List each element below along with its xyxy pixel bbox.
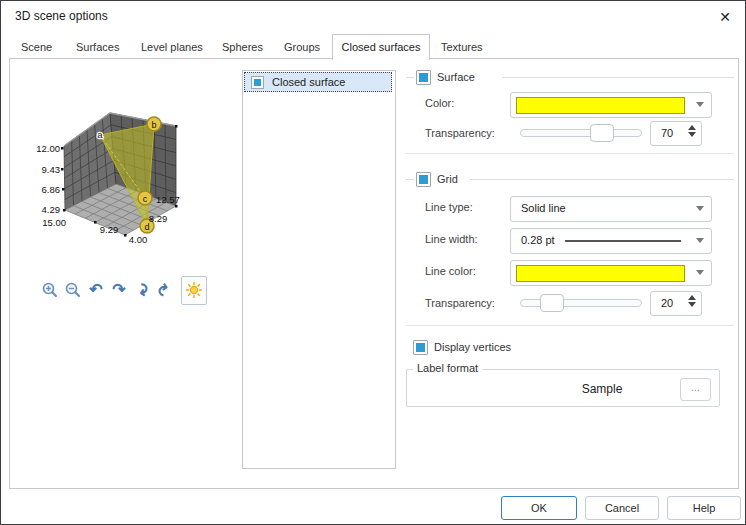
- rotate-left-icon[interactable]: ↶: [86, 279, 106, 301]
- list-item[interactable]: Closed surface: [244, 72, 392, 92]
- rotate-backward-icon[interactable]: ↷: [155, 279, 175, 301]
- svg-text:4.29: 4.29: [42, 204, 61, 215]
- close-icon[interactable]: ✕: [715, 7, 735, 27]
- line-type-dropdown[interactable]: Solid line: [510, 196, 712, 222]
- line-width-label: Line width:: [425, 233, 478, 245]
- label-format-group: Label format Sample ...: [406, 369, 720, 407]
- slider-groove: [520, 299, 642, 307]
- surface-color-swatch: [516, 97, 685, 114]
- line-color-dropdown[interactable]: [510, 260, 712, 286]
- svg-text:b: b: [151, 120, 156, 130]
- svg-text:4.00: 4.00: [129, 234, 148, 245]
- chevron-down-icon: [696, 270, 704, 275]
- grid-transparency-label: Transparency:: [425, 297, 495, 309]
- ok-button[interactable]: OK: [501, 496, 577, 520]
- line-width-sample: [565, 240, 681, 242]
- list-item-label: Closed surface: [272, 76, 345, 88]
- sun-icon: [185, 281, 203, 299]
- svg-text:6.86: 6.86: [42, 184, 61, 195]
- rotate-forward-icon[interactable]: ↷: [132, 279, 152, 301]
- cancel-button[interactable]: Cancel: [585, 496, 659, 520]
- svg-text:9.29: 9.29: [100, 224, 119, 235]
- svg-text:c: c: [143, 194, 148, 204]
- preview-toolbar: ↶ ↷ ↷ ↷: [40, 275, 207, 305]
- tab-page-closed-surfaces: b c d a 12.00 9.43 6.86 4.29 15.00 9.29 …: [9, 58, 739, 489]
- label-format-title: Label format: [413, 362, 482, 374]
- display-vertices-label: Display vertices: [434, 341, 511, 353]
- spin-down-icon[interactable]: [688, 302, 696, 307]
- svg-text:12.00: 12.00: [36, 143, 60, 154]
- light-toggle-button[interactable]: [181, 276, 207, 305]
- tab-groups[interactable]: Groups: [284, 41, 320, 53]
- svg-text:15.00: 15.00: [42, 217, 66, 228]
- line-type-label: Line type:: [425, 201, 473, 213]
- titlebar: 3D scene options ✕: [1, 1, 745, 33]
- svg-text:9.43: 9.43: [42, 164, 61, 175]
- tab-surfaces[interactable]: Surfaces: [76, 41, 119, 53]
- zoom-in-icon[interactable]: [40, 279, 60, 301]
- dialog-title: 3D scene options: [15, 9, 108, 23]
- tab-closed-surfaces[interactable]: Closed surfaces: [332, 34, 430, 60]
- tab-level-planes[interactable]: Level planes: [141, 41, 203, 53]
- tab-textures[interactable]: Textures: [441, 41, 483, 53]
- surface-transparency-slider[interactable]: [520, 124, 642, 140]
- grid-transparency-slider[interactable]: [520, 294, 642, 310]
- color-label: Color:: [425, 97, 454, 109]
- svg-text:12.57: 12.57: [156, 194, 180, 205]
- grid-checkbox[interactable]: [416, 172, 431, 187]
- line-color-swatch: [516, 265, 685, 282]
- slider-thumb[interactable]: [590, 124, 614, 142]
- display-vertices-checkbox[interactable]: [413, 340, 428, 355]
- svg-text:8.29: 8.29: [149, 213, 168, 224]
- line-width-dropdown[interactable]: 0.28 pt: [510, 228, 712, 254]
- surface-section-label: Surface: [437, 71, 475, 83]
- slider-groove: [520, 129, 642, 137]
- vertex-marker-a: a: [97, 129, 103, 140]
- surface-checkbox[interactable]: [416, 70, 431, 85]
- help-button[interactable]: Help: [667, 496, 741, 520]
- chevron-down-icon: [696, 102, 704, 107]
- dialog-3d-scene-options: 3D scene options ✕ Scene Surfaces Level …: [0, 0, 746, 525]
- rotate-right-icon[interactable]: ↷: [109, 279, 129, 301]
- chevron-down-icon: [696, 206, 704, 211]
- line-color-label: Line color:: [425, 265, 476, 277]
- surface-color-dropdown[interactable]: [510, 92, 712, 118]
- list-item-checkbox[interactable]: [251, 76, 264, 89]
- chevron-down-icon: [696, 238, 704, 243]
- vertex-marker-b: b: [147, 117, 161, 131]
- spin-up-icon[interactable]: [688, 125, 696, 130]
- surface-transparency-spinbox[interactable]: 70: [650, 121, 702, 146]
- spin-up-icon[interactable]: [688, 295, 696, 300]
- 3d-preview[interactable]: b c d a 12.00 9.43 6.86 4.29 15.00 9.29 …: [17, 97, 217, 257]
- slider-thumb[interactable]: [540, 294, 564, 312]
- tab-spheres[interactable]: Spheres: [222, 41, 263, 53]
- zoom-out-icon[interactable]: [63, 279, 83, 301]
- label-format-browse-button[interactable]: ...: [680, 378, 711, 401]
- vertex-marker-c: c: [138, 191, 152, 205]
- surface-transparency-label: Transparency:: [425, 127, 495, 139]
- closed-surfaces-list[interactable]: Closed surface: [242, 70, 396, 469]
- grid-section-label: Grid: [437, 173, 458, 185]
- spin-down-icon[interactable]: [688, 132, 696, 137]
- tab-scene[interactable]: Scene: [21, 41, 52, 53]
- grid-transparency-spinbox[interactable]: 20: [650, 291, 702, 316]
